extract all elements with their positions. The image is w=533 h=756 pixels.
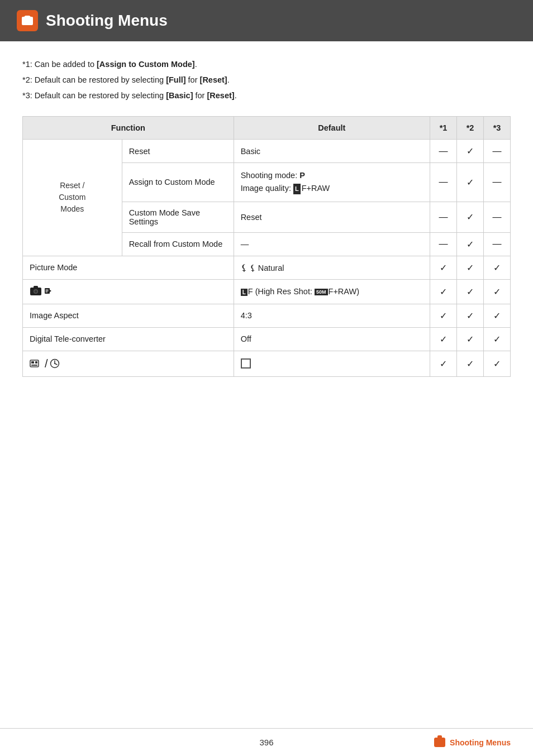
star3-picture-mode: ✓ bbox=[484, 256, 511, 279]
star2-drive: ✓ bbox=[457, 351, 484, 377]
footer-right: Shooting Menus bbox=[434, 738, 511, 747]
star2-image-aspect: ✓ bbox=[457, 304, 484, 327]
group-label-reset: Reset /CustomModes bbox=[23, 140, 122, 256]
func-reset: Reset bbox=[122, 140, 234, 163]
star2-recall: ✓ bbox=[457, 232, 484, 256]
star1-digital-tele: ✓ bbox=[430, 327, 457, 351]
footnotes: *1: Can be added to [Assign to Custom Mo… bbox=[22, 57, 511, 103]
star2-assign: ✓ bbox=[457, 163, 484, 202]
star1-reset: — bbox=[430, 140, 457, 163]
func-recall: Recall from Custom Mode bbox=[122, 232, 234, 256]
svg-rect-1 bbox=[34, 286, 38, 289]
table-row: Digital Tele-converter Off ✓ ✓ ✓ bbox=[23, 327, 511, 351]
col-star1: *1 bbox=[430, 117, 457, 140]
svg-rect-10 bbox=[31, 361, 34, 363]
star1-custom-save: — bbox=[430, 202, 457, 232]
star3-camera-quality: ✓ bbox=[484, 279, 511, 304]
func-assign: Assign to Custom Mode bbox=[122, 163, 234, 202]
svg-point-3 bbox=[35, 290, 37, 293]
star1-image-aspect: ✓ bbox=[430, 304, 457, 327]
star3-recall: — bbox=[484, 232, 511, 256]
col-star2: *2 bbox=[457, 117, 484, 140]
star2-custom-save: ✓ bbox=[457, 202, 484, 232]
func-camera-quality bbox=[23, 279, 234, 304]
func-picture-mode: Picture Mode bbox=[23, 256, 234, 279]
footer-label: Shooting Menus bbox=[450, 738, 511, 747]
default-digital-tele: Off bbox=[234, 327, 430, 351]
star1-assign: — bbox=[430, 163, 457, 202]
star3-image-aspect: ✓ bbox=[484, 304, 511, 327]
default-camera-quality: LF (High Res Shot: 50MF+RAW) bbox=[234, 279, 430, 304]
page-title: Shooting Menus bbox=[46, 12, 168, 30]
footnote-2: *2: Default can be restored by selecting… bbox=[22, 73, 511, 87]
star1-picture-mode: ✓ bbox=[430, 256, 457, 279]
svg-rect-12 bbox=[31, 365, 37, 366]
table-row: Picture Mode ⚸⚸ Natural ✓ ✓ ✓ bbox=[23, 256, 511, 279]
default-picture-mode: ⚸⚸ Natural bbox=[234, 256, 430, 279]
star2-reset: ✓ bbox=[457, 140, 484, 163]
star3-digital-tele: ✓ bbox=[484, 327, 511, 351]
star3-assign: — bbox=[484, 163, 511, 202]
col-default: Default bbox=[234, 117, 430, 140]
page-header: Shooting Menus bbox=[0, 0, 533, 41]
default-assign: Shooting mode: P Image quality: LF+RAW bbox=[234, 163, 430, 202]
table-row: / ✓ ✓ ✓ bbox=[23, 351, 511, 377]
star2-digital-tele: ✓ bbox=[457, 327, 484, 351]
svg-rect-9 bbox=[30, 360, 39, 367]
default-drive bbox=[234, 351, 430, 377]
default-custom-save: Reset bbox=[234, 202, 430, 232]
table-row: LF (High Res Shot: 50MF+RAW) ✓ ✓ ✓ bbox=[23, 279, 511, 304]
star1-drive: ✓ bbox=[430, 351, 457, 377]
func-custom-save: Custom Mode Save Settings bbox=[122, 202, 234, 232]
default-recall: — bbox=[234, 232, 430, 256]
header-camera-icon bbox=[17, 10, 38, 31]
table-row: Image Aspect 4:3 ✓ ✓ ✓ bbox=[23, 304, 511, 327]
default-image-aspect: 4:3 bbox=[234, 304, 430, 327]
content-area: *1: Can be added to [Assign to Custom Mo… bbox=[0, 57, 533, 377]
func-drive: / bbox=[23, 351, 234, 377]
table-row: Reset /CustomModes Reset Basic — ✓ — bbox=[23, 140, 511, 163]
col-function: Function bbox=[23, 117, 234, 140]
svg-marker-5 bbox=[50, 290, 51, 292]
main-table: Function Default *1 *2 *3 Reset /CustomM… bbox=[22, 116, 511, 377]
star1-camera-quality: ✓ bbox=[430, 279, 457, 304]
star2-picture-mode: ✓ bbox=[457, 256, 484, 279]
func-image-aspect: Image Aspect bbox=[23, 304, 234, 327]
star2-camera-quality: ✓ bbox=[457, 279, 484, 304]
default-reset: Basic bbox=[234, 140, 430, 163]
svg-rect-11 bbox=[35, 361, 37, 363]
star3-drive: ✓ bbox=[484, 351, 511, 377]
footnote-1: *1: Can be added to [Assign to Custom Mo… bbox=[22, 57, 511, 71]
svg-point-17 bbox=[54, 363, 55, 364]
page-footer: 396 Shooting Menus bbox=[0, 728, 533, 756]
func-digital-tele: Digital Tele-converter bbox=[23, 327, 234, 351]
footer-camera-icon bbox=[434, 738, 445, 747]
col-star3: *3 bbox=[484, 117, 511, 140]
star3-reset: — bbox=[484, 140, 511, 163]
star3-custom-save: — bbox=[484, 202, 511, 232]
footnote-3: *3: Default can be restored by selecting… bbox=[22, 88, 511, 103]
star1-recall: — bbox=[430, 232, 457, 256]
